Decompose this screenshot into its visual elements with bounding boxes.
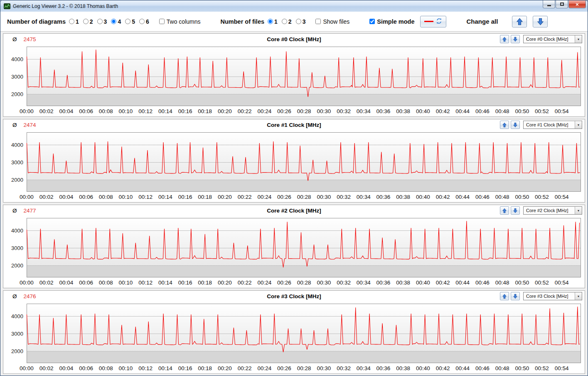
diagrams-label-3: 3 [104,18,107,25]
files-option-3[interactable]: 3 [296,18,306,25]
svg-text:4000: 4000 [11,56,23,62]
svg-text:00:36: 00:36 [376,108,391,114]
titlebar[interactable]: Generic Log Viewer 3.2 - © 2018 Thomas B… [0,0,588,12]
svg-text:00:32: 00:32 [337,194,351,200]
minimize-button[interactable] [543,0,555,8]
svg-text:00:34: 00:34 [357,280,371,286]
svg-text:00:06: 00:06 [79,108,93,114]
two-columns-label: Two columns [167,18,201,25]
svg-text:00:22: 00:22 [238,280,252,286]
chart3-metric-dropdown[interactable]: Core #3 Clock [MHz] ▼ [523,292,582,300]
diagrams-label: Number of diagrams [7,18,66,25]
close-icon: × [576,1,579,7]
chart0-move-down-button[interactable] [511,35,520,43]
down-arrow-icon [513,294,517,299]
svg-text:00:38: 00:38 [396,108,410,114]
maximize-button[interactable] [556,0,568,8]
svg-text:00:00: 00:00 [20,365,34,371]
diagrams-option-3[interactable]: 3 [97,18,107,25]
chart2-metric-dropdown[interactable]: Core #2 Clock [MHz] ▼ [523,206,582,215]
chart-controls: Core #1 Clock [MHz] ▼ [500,121,582,129]
svg-text:00:46: 00:46 [475,194,490,200]
svg-text:00:02: 00:02 [39,194,54,200]
svg-text:00:44: 00:44 [455,365,470,371]
files-option-1[interactable]: 1 [268,18,278,25]
minimize-icon [547,5,551,6]
diagrams-radio-2[interactable] [83,19,89,24]
diagrams-radio-4[interactable] [111,19,116,24]
files-radio-3[interactable] [296,19,301,24]
chart2-move-down-button[interactable] [511,206,520,215]
svg-text:00:08: 00:08 [99,280,113,286]
svg-text:00:50: 00:50 [515,365,529,371]
svg-text:00:18: 00:18 [198,280,212,286]
chart-plot-core1: 20003000400000:0000:0200:0400:0600:0800:… [3,130,585,202]
chart3-move-up-button[interactable] [500,292,509,300]
show-files-checkbox-row[interactable]: Show files [315,18,349,25]
diagrams-option-1[interactable]: 1 [69,18,79,25]
chart1-move-up-button[interactable] [500,121,509,129]
refresh-icon [436,18,442,25]
chart0-metric-dropdown[interactable]: Core #0 Clock [MHz] ▼ [523,35,582,43]
two-columns-checkbox-row[interactable]: Two columns [159,18,201,25]
chart3-move-down-button[interactable] [511,292,520,300]
chart1-metric-dropdown[interactable]: Core #1 Clock [MHz] ▼ [523,121,582,129]
average-symbol: Ø [12,208,17,214]
files-label-3: 3 [303,18,306,25]
svg-text:00:44: 00:44 [455,108,470,114]
chart2-move-up-button[interactable] [500,206,509,215]
change-all-up-button[interactable] [512,16,527,27]
svg-text:00:26: 00:26 [277,365,291,371]
svg-text:00:24: 00:24 [257,365,271,371]
files-label-2: 2 [288,18,292,25]
simple-mode-checkbox[interactable] [369,19,375,24]
diagrams-option-6[interactable]: 6 [139,18,149,25]
average-symbol: Ø [12,293,17,299]
chart-title: Core #1 Clock [MHz] [3,122,585,128]
diagrams-option-4[interactable]: 4 [111,18,121,25]
diagrams-option-5[interactable]: 5 [125,18,135,25]
diagrams-radio-3[interactable] [97,19,103,24]
diagrams-option-2[interactable]: 2 [83,18,93,25]
diagrams-radio-5[interactable] [125,19,130,24]
two-columns-checkbox[interactable] [159,19,165,24]
chart-controls: Core #3 Clock [MHz] ▼ [500,292,582,300]
simple-mode-checkbox-row[interactable]: Simple mode [369,18,414,25]
svg-text:00:54: 00:54 [555,194,569,200]
line-style-refresh-button[interactable] [420,16,446,27]
files-option-2[interactable]: 2 [282,18,292,25]
svg-text:00:12: 00:12 [138,280,153,286]
chart-plot-core0: 20003000400000:0000:0200:0400:0600:0800:… [3,45,585,116]
diagrams-radio-1[interactable] [69,19,74,24]
diagrams-radio-6[interactable] [139,19,145,24]
svg-text:00:30: 00:30 [317,194,331,200]
svg-text:00:52: 00:52 [535,365,549,371]
svg-text:00:30: 00:30 [317,280,331,286]
svg-text:00:32: 00:32 [337,280,351,286]
close-button[interactable]: × [568,0,586,8]
window-controls: × [543,0,586,8]
dropdown-value: Core #3 Clock [MHz] [526,294,568,299]
svg-text:00:02: 00:02 [39,365,54,371]
files-radio-1[interactable] [268,19,273,24]
chevron-down-icon: ▼ [575,35,582,43]
svg-text:3000: 3000 [11,74,23,80]
svg-text:00:20: 00:20 [218,194,232,200]
average-symbol: Ø [12,36,17,42]
down-arrow-icon [513,122,517,128]
svg-text:00:50: 00:50 [515,280,529,286]
change-all-down-button[interactable] [533,16,548,27]
files-radio-2[interactable] [282,19,287,24]
chart-title: Core #2 Clock [MHz] [3,208,585,214]
svg-text:00:52: 00:52 [535,108,549,114]
svg-text:00:02: 00:02 [39,108,54,114]
app-window: Generic Log Viewer 3.2 - © 2018 Thomas B… [0,0,588,376]
up-arrow-icon [502,294,507,299]
svg-text:00:20: 00:20 [218,365,232,371]
chart0-move-up-button[interactable] [500,35,509,43]
svg-text:00:40: 00:40 [416,280,430,286]
chart1-move-down-button[interactable] [511,121,520,129]
svg-text:00:40: 00:40 [416,108,430,114]
svg-text:00:04: 00:04 [59,194,73,200]
show-files-checkbox[interactable] [315,19,321,24]
